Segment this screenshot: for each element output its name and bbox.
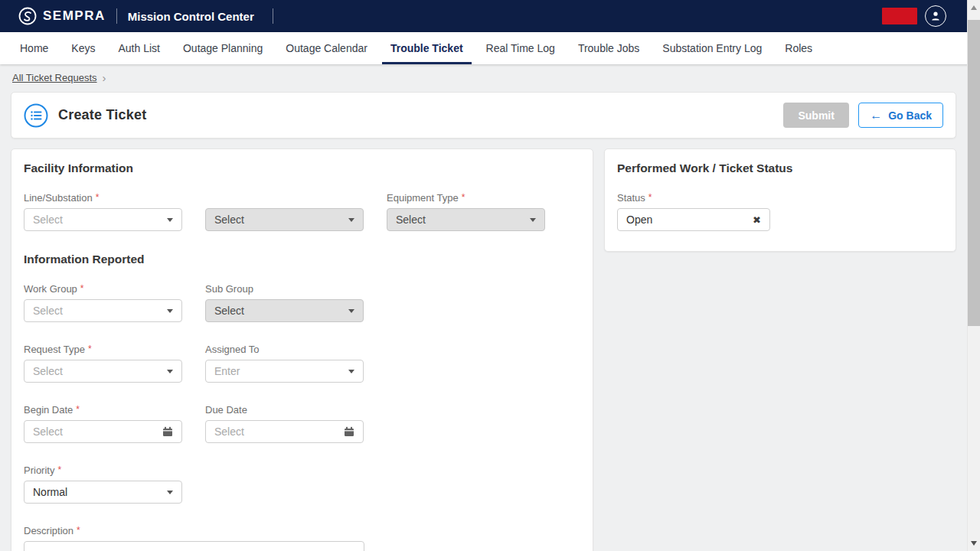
brand-name: SEMPRA xyxy=(43,8,106,24)
main-nav: Home Keys Auth List Outage Planning Outa… xyxy=(0,32,980,64)
chevron-down-icon xyxy=(348,309,354,313)
label-text: Due Date xyxy=(205,404,247,416)
go-back-button[interactable]: ← Go Back xyxy=(858,103,943,128)
label-text: Sub Group xyxy=(205,283,253,295)
select-placeholder: Select xyxy=(33,305,167,317)
assigned-to-select[interactable]: Enter xyxy=(205,360,364,383)
description-field: Description* xyxy=(24,525,580,551)
begin-date-picker[interactable]: Select xyxy=(24,420,182,443)
work-group-select[interactable]: Select xyxy=(24,299,182,322)
tab-trouble-jobs[interactable]: Trouble Jobs xyxy=(567,32,651,64)
select-placeholder: Select xyxy=(214,425,344,438)
calendar-icon xyxy=(162,426,173,437)
header-divider xyxy=(273,8,273,24)
status-field: Status* Open ✖ xyxy=(617,192,770,231)
ticket-status-card: Performed Work / Ticket Status Status* O… xyxy=(604,148,956,252)
red-button[interactable] xyxy=(882,8,917,24)
create-ticket-header-card: Create Ticket Submit ← Go Back xyxy=(11,92,956,139)
priority-select[interactable]: Normal xyxy=(24,481,182,504)
required-marker: * xyxy=(76,404,80,415)
label-text: Request Type xyxy=(24,344,85,355)
equipment-type-label: Equipment Type* xyxy=(387,192,545,204)
work-group-field: Work Group* Select xyxy=(24,283,182,322)
description-textarea[interactable] xyxy=(24,541,364,551)
begin-date-label: Begin Date* xyxy=(24,404,182,416)
select-value: Open xyxy=(626,214,753,226)
page-title: Create Ticket xyxy=(58,107,146,123)
user-avatar-button[interactable] xyxy=(925,5,946,27)
due-date-label: Due Date xyxy=(205,404,364,416)
label-text: Priority xyxy=(24,465,54,476)
facility-information-heading: Facility Information xyxy=(24,161,580,175)
line-substation-label: Line/Substation* xyxy=(24,192,182,204)
breadcrumb-link-all-ticket-requests[interactable]: All Ticket Requests xyxy=(12,72,97,83)
priority-label: Priority* xyxy=(24,465,182,476)
scrollbar-down-icon[interactable] xyxy=(971,541,977,546)
submit-button[interactable]: Submit xyxy=(783,103,849,128)
breadcrumb: All Ticket Requests › xyxy=(12,72,956,83)
label-text: Line/Substation xyxy=(24,192,93,204)
select-placeholder: Select xyxy=(396,214,530,226)
chevron-down-icon xyxy=(530,218,536,222)
tab-trouble-ticket[interactable]: Trouble Ticket xyxy=(379,32,475,64)
scrollbar-thumb[interactable] xyxy=(968,20,980,326)
status-select[interactable]: Open ✖ xyxy=(617,208,770,231)
sub-group-field: Sub Group Select xyxy=(205,283,364,322)
tab-outage-planning[interactable]: Outage Planning xyxy=(172,32,274,64)
clear-icon[interactable]: ✖ xyxy=(753,215,761,225)
tab-auth-list[interactable]: Auth List xyxy=(106,32,171,64)
brand-logo: SEMPRA xyxy=(18,7,106,25)
chevron-down-icon xyxy=(167,309,173,313)
tab-real-time-log[interactable]: Real Time Log xyxy=(475,32,567,64)
work-group-label: Work Group* xyxy=(24,283,182,295)
header-divider xyxy=(116,8,117,24)
label-text: Status xyxy=(617,192,645,204)
label-text: Assigned To xyxy=(205,344,260,355)
chevron-down-icon xyxy=(167,491,173,494)
tab-outage-calendar[interactable]: Outage Calendar xyxy=(274,32,379,64)
line-substation-select[interactable]: Select xyxy=(24,208,182,231)
tab-home[interactable]: Home xyxy=(8,32,60,64)
chevron-down-icon xyxy=(167,370,173,373)
tab-keys[interactable]: Keys xyxy=(60,32,106,64)
label-text: Equipment Type xyxy=(387,192,459,204)
app-title: Mission Control Center xyxy=(128,10,254,23)
sub-group-select: Select xyxy=(205,299,364,322)
facility-secondary-select: Select xyxy=(205,208,364,231)
chevron-down-icon xyxy=(348,370,354,373)
person-icon xyxy=(929,10,942,22)
performed-work-heading: Performed Work / Ticket Status xyxy=(617,161,943,175)
equipment-type-field: Equipment Type* Select xyxy=(387,192,545,231)
information-reported-heading: Information Reported xyxy=(24,253,580,266)
equipment-type-select: Select xyxy=(387,208,545,231)
select-placeholder: Select xyxy=(33,365,167,377)
go-back-label: Go Back xyxy=(888,109,932,122)
due-date-picker[interactable]: Select xyxy=(205,420,364,443)
required-marker: * xyxy=(80,283,84,294)
label-text: Description xyxy=(24,525,74,536)
tab-substation-entry-log[interactable]: Substation Entry Log xyxy=(651,32,773,64)
calendar-icon xyxy=(344,426,354,437)
select-value: Normal xyxy=(33,486,167,498)
label-text: Begin Date xyxy=(24,404,73,416)
vertical-scrollbar[interactable] xyxy=(967,0,980,551)
scrollbar-up-icon[interactable] xyxy=(971,5,977,10)
chevron-down-icon xyxy=(348,218,354,222)
request-type-select[interactable]: Select xyxy=(24,360,182,383)
required-marker: * xyxy=(648,192,652,203)
select-placeholder: Select xyxy=(214,214,348,226)
select-placeholder: Select xyxy=(33,214,167,226)
tab-roles[interactable]: Roles xyxy=(773,32,824,64)
back-arrow-icon: ← xyxy=(870,109,882,122)
sempra-logo-icon xyxy=(18,7,37,25)
begin-date-field: Begin Date* Select xyxy=(24,404,182,443)
due-date-field: Due Date Select xyxy=(205,404,364,443)
priority-field: Priority* Normal xyxy=(24,465,182,504)
label-text: Work Group xyxy=(24,283,77,295)
ticket-form-card: Facility Information Line/Substation* Se… xyxy=(11,148,593,551)
top-header: SEMPRA Mission Control Center xyxy=(0,0,980,32)
assigned-to-label: Assigned To xyxy=(205,344,364,355)
status-label: Status* xyxy=(617,192,770,204)
request-type-label: Request Type* xyxy=(24,344,182,355)
select-placeholder: Select xyxy=(33,425,162,438)
